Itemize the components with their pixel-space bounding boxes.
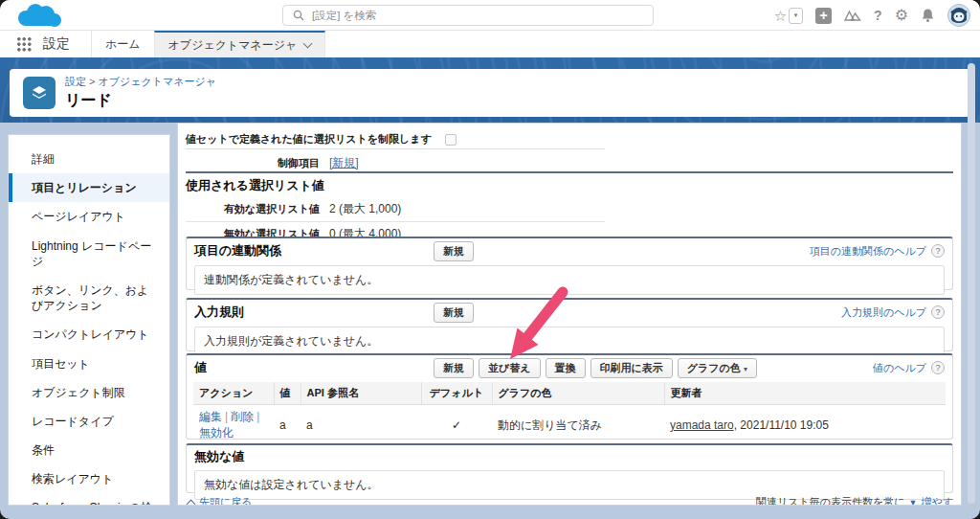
sidebar-item-classic-search-layouts[interactable]: Salesforce Classic の検索レイアウト xyxy=(9,493,169,506)
breadcrumb-object-manager-link[interactable]: オブジェクトマネージャ xyxy=(98,76,216,87)
dependencies-new-button[interactable]: 新規 xyxy=(434,241,474,261)
favorites-star-icon[interactable]: ☆ xyxy=(774,9,787,23)
values-chart-colors-button[interactable]: グラフの色 ▾ xyxy=(678,358,757,378)
notifications-bell-icon[interactable] xyxy=(921,8,935,23)
validation-rules-section: 入力規則 新規 入力規則のヘルプ ? 入力規則が定義されていません。 xyxy=(186,298,953,351)
active-values-count: 2 (最大 1,000) xyxy=(329,201,401,217)
sidebar-item-conditions[interactable]: 条件 xyxy=(9,436,169,464)
search-placeholder: [設定] を検索 xyxy=(312,9,376,23)
sidebar-item-field-sets[interactable]: 項目セット xyxy=(9,350,169,378)
app-name: 設定 xyxy=(43,35,70,53)
sidebar-item-search-layouts[interactable]: 検索レイアウト xyxy=(9,464,169,493)
chart-color-cell: 動的に割り当て済み xyxy=(492,405,664,446)
row-divider xyxy=(186,148,605,149)
search-icon xyxy=(293,10,304,21)
object-icon xyxy=(23,77,56,109)
edit-link[interactable]: 編集 xyxy=(199,410,222,423)
values-replace-button[interactable]: 置換 xyxy=(546,358,586,378)
sidebar-item-buttons-links-actions[interactable]: ボタン、リンク、およびアクション xyxy=(9,276,169,320)
tab-home[interactable]: ホーム xyxy=(91,31,154,57)
related-list-footer: 先頭に戻る 関連リスト毎の表示件数を常に ▼ 増やす xyxy=(186,495,953,506)
chevron-down-icon: ▾ xyxy=(744,365,747,373)
sidebar-item-fields-relationships[interactable]: 項目とリレーション xyxy=(9,173,169,202)
page-header-card: 設定>オブジェクトマネージャ リード xyxy=(10,69,970,117)
help-question-icon[interactable]: ? xyxy=(931,361,945,374)
footer-right-text: 関連リスト毎の表示件数を常に xyxy=(756,495,905,506)
values-table-row-a: 編集|削除|無効化 a a ✓ 動的に割り当て済み yamada taro, 2… xyxy=(193,405,946,446)
inactive-values-title: 無効な値 xyxy=(194,448,434,465)
global-actions-button[interactable]: + xyxy=(815,8,832,24)
field-dependencies-title: 項目の連動関係 xyxy=(194,242,434,260)
validation-new-button[interactable]: 新規 xyxy=(434,303,474,323)
used-picklist-values-section: 使用される選択リスト値 有効な選択リスト値 2 (最大 1,000) 無効な選択… xyxy=(186,171,953,246)
values-new-button[interactable]: 新規 xyxy=(434,358,474,378)
chevron-up-icon xyxy=(187,499,196,506)
page-scrollbar[interactable] xyxy=(968,63,975,504)
sidebar-item-record-types[interactable]: レコードタイプ xyxy=(9,407,169,436)
user-avatar[interactable] xyxy=(947,4,970,27)
help-question-icon[interactable]: ? xyxy=(931,305,945,319)
delete-link[interactable]: 削除 xyxy=(231,410,254,423)
sidebar-item-compact-layouts[interactable]: コンパクトレイアウト xyxy=(9,320,169,349)
inactive-values-section: 無効な値 無効な値は設定されていません。 xyxy=(186,443,953,493)
object-manager-sidebar: 詳細 項目とリレーション ページレイアウト Lightning レコードページ … xyxy=(8,134,170,506)
global-header: [設定] を検索 ☆ ▾ + ? ⚙ xyxy=(0,0,980,31)
salesforce-setup-window: [設定] を検索 ☆ ▾ + ? ⚙ xyxy=(0,0,980,519)
increase-link[interactable]: 増やす xyxy=(921,495,953,506)
field-dependencies-section: 項目の連動関係 新規 項目の連動関係のヘルプ ? 連動関係が定義されていません。 xyxy=(186,237,953,290)
values-table-header-row: アクション 値 API 参照名 デフォルト グラフの色 更新者 xyxy=(193,382,946,405)
modified-by-user-link[interactable]: yamada taro xyxy=(670,418,734,432)
values-help-link[interactable]: 値のヘルプ xyxy=(873,361,926,375)
sidebar-item-page-layouts[interactable]: ページレイアウト xyxy=(9,202,169,231)
help-icon[interactable]: ? xyxy=(874,9,882,22)
main-content: 値セットで定義された値に選択リストを制限します 制御項目 [新規] 使用される選… xyxy=(177,123,962,506)
setup-banner: 設定>オブジェクトマネージャ リード xyxy=(0,57,980,123)
values-section: 値 新規 並び替え 置換 印刷用に表示 グラフの色 ▾ 値のヘルプ ? xyxy=(186,353,953,440)
controlling-field-label: 制御項目 xyxy=(186,156,320,170)
triangle-down-icon: ▼ xyxy=(909,498,918,507)
global-search-input[interactable]: [設定] を検索 xyxy=(282,5,654,26)
help-question-icon[interactable]: ? xyxy=(931,244,945,258)
back-to-top-link[interactable]: 先頭に戻る xyxy=(199,495,253,506)
restrict-picklist-label: 値セットで定義された値に選択リストを制限します xyxy=(186,132,432,147)
dependencies-empty-message: 連動関係が定義されていません。 xyxy=(194,265,945,295)
active-values-row: 有効な選択リスト値 2 (最大 1,000) xyxy=(186,197,605,222)
restrict-picklist-row: 値セットで定義された値に選択リストを制限します xyxy=(186,132,457,147)
breadcrumb-setup-link[interactable]: 設定 xyxy=(65,76,86,87)
value-cell: a xyxy=(274,405,301,446)
default-checkmark-icon: ✓ xyxy=(452,418,461,432)
controlling-field-new-link[interactable]: [新規] xyxy=(329,155,359,171)
sidebar-item-object-limits[interactable]: オブジェクト制限 xyxy=(9,378,169,407)
sidebar-item-details[interactable]: 詳細 xyxy=(9,145,169,173)
breadcrumb: 設定>オブジェクトマネージャ xyxy=(65,75,216,89)
dependencies-help-link[interactable]: 項目の連動関係のヘルプ xyxy=(810,244,926,259)
values-title: 値 xyxy=(194,359,434,376)
deactivate-link[interactable]: 無効化 xyxy=(199,426,234,440)
trailhead-icon[interactable] xyxy=(844,9,861,23)
salesforce-logo xyxy=(13,3,65,30)
page-title: リード xyxy=(65,91,216,111)
controlling-field-row: 制御項目 [新規] xyxy=(186,155,359,171)
modified-date: , 2021/11/10 19:05 xyxy=(734,418,829,432)
app-launcher-icon[interactable] xyxy=(17,37,32,52)
setup-gear-icon[interactable]: ⚙ xyxy=(895,8,908,23)
setup-nav-bar: 設定 ホーム オブジェクトマネージャ xyxy=(0,31,980,57)
favorites-dropdown-button[interactable]: ▾ xyxy=(789,8,803,24)
restrict-picklist-checkbox[interactable] xyxy=(445,134,457,146)
tab-object-manager[interactable]: オブジェクトマネージャ xyxy=(154,31,326,57)
chevron-down-icon xyxy=(303,39,313,49)
used-values-title: 使用される選択リスト値 xyxy=(186,177,953,194)
values-reorder-button[interactable]: 並び替え xyxy=(479,358,541,378)
api-name-cell: a xyxy=(301,405,421,446)
validation-rules-title: 入力規則 xyxy=(194,304,434,321)
values-printable-view-button[interactable]: 印刷用に表示 xyxy=(590,358,673,378)
sidebar-item-lightning-record-pages[interactable]: Lightning レコードページ xyxy=(9,232,169,276)
validation-empty-message: 入力規則が定義されていません。 xyxy=(194,327,945,356)
validation-help-link[interactable]: 入力規則のヘルプ xyxy=(841,305,926,320)
